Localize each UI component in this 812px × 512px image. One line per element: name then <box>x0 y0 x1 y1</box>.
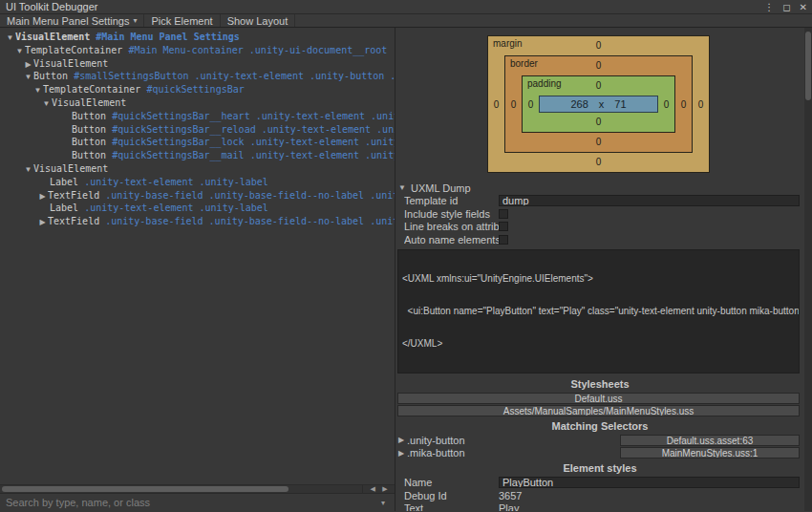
stylesheet-button[interactable]: Assets/ManualSamples/MainMenuStyles.uss <box>397 405 800 416</box>
matching-selectors-header: Matching Selectors <box>395 417 804 434</box>
template-id-input[interactable] <box>499 195 800 206</box>
scrollbar-thumb[interactable] <box>805 32 811 100</box>
chevron-down-icon[interactable]: ▼ <box>23 71 33 83</box>
tree-row[interactable]: ▶TextField .unity-base-field .unity-base… <box>0 189 395 203</box>
chevron-right-icon[interactable]: ▶ <box>37 190 48 203</box>
foldout-open-icon[interactable]: ▼ <box>398 183 407 192</box>
pick-element-button[interactable]: Pick Element <box>144 14 220 27</box>
line-breaks-checkbox[interactable] <box>499 222 508 231</box>
box-model-diagram: margin 0 0 border 0 0 padding <box>487 35 710 173</box>
include-style-fields-checkbox[interactable] <box>499 209 508 219</box>
tree-row[interactable]: Button #quickSettingsBar__reload .unity-… <box>0 123 395 137</box>
chevron-down-icon[interactable]: ▼ <box>41 97 52 110</box>
scroll-right-icon[interactable]: ▶ <box>382 485 387 493</box>
maximize-icon[interactable]: ◻ <box>782 2 790 12</box>
name-input[interactable] <box>499 477 800 488</box>
chevron-down-icon: ▾ <box>133 16 137 25</box>
scroll-left-icon[interactable]: ◀ <box>370 485 374 493</box>
stylesheets-header: Stylesheets <box>395 375 804 392</box>
uxml-code-line: </UXML> <box>402 338 795 349</box>
box-model-padding: padding 0 0 268 x 71 0 0 <box>522 75 675 133</box>
tree-row[interactable]: ▼VisualElement <box>0 162 395 176</box>
uxml-code-line: <UXML xmlns:ui="UnityEngine.UIElements"> <box>402 273 795 284</box>
window-title: UI Toolkit Debugger <box>6 1 764 12</box>
chevron-down-icon[interactable]: ▼ <box>32 84 43 96</box>
uxml-code-line: <ui:Button name="PlayButton" text="Play"… <box>402 306 795 316</box>
menu-icon[interactable]: ⋮ <box>764 2 774 12</box>
chevron-right-icon[interactable]: ▶ <box>23 58 33 71</box>
selector-name: .unity-button <box>407 435 465 446</box>
show-layout-button[interactable]: Show Layout <box>221 14 296 27</box>
line-breaks-row: Line breaks on attributes <box>395 220 804 233</box>
tree-row[interactable]: Button #quickSettingsBar__lock .unity-te… <box>0 136 395 149</box>
search-bar: ▾ <box>0 493 395 511</box>
hierarchy-panel: ▼VisualElement #Main Menu Panel Settings… <box>0 28 395 511</box>
element-tree: ▼VisualElement #Main Menu Panel Settings… <box>0 28 395 484</box>
selector-source-button[interactable]: Default.uss.asset:63 <box>620 435 800 446</box>
selector-name: .mika-button <box>407 447 465 459</box>
name-row: Name <box>395 476 804 489</box>
template-id-row: Template id <box>395 194 804 207</box>
foldout-closed-icon[interactable]: ▶ <box>398 449 407 458</box>
search-input[interactable] <box>6 497 377 508</box>
box-model-border: border 0 0 padding 0 0 26 <box>504 55 693 153</box>
panel-selector-label: Main Menu Panel Settings <box>7 15 129 27</box>
selector-row: ▶ .unity-button Default.uss.asset:63 <box>395 434 804 447</box>
tree-row[interactable]: ▼VisualElement <box>0 96 395 110</box>
include-style-fields-row: Include style fields <box>395 207 804 221</box>
debug-id-row: Debug Id 3657 <box>395 489 804 502</box>
debug-id-value: 3657 <box>499 490 800 501</box>
tree-row[interactable]: ▼TemplateContainer #Main Menu-container … <box>0 44 395 57</box>
horizontal-scrollbar[interactable]: ◀ ▶ <box>0 484 395 493</box>
chevron-right-icon[interactable]: ▶ <box>37 216 48 228</box>
uxml-dump-foldout[interactable]: ▼ UXML Dump <box>395 181 804 194</box>
auto-name-row: Auto name elements <box>395 233 804 246</box>
tree-row[interactable]: Button #quickSettingsBar__mail .unity-te… <box>0 149 395 162</box>
tree-row[interactable]: ▼TemplateContainer #quickSettingsBar <box>0 83 395 96</box>
chevron-down-icon[interactable]: ▼ <box>23 163 33 176</box>
tree-row[interactable]: ▶TextField .unity-base-field .unity-base… <box>0 215 395 228</box>
details-panel: margin 0 0 border 0 0 padding <box>395 28 812 511</box>
chevron-down-icon[interactable]: ▼ <box>5 32 15 44</box>
scrollbar-thumb[interactable] <box>2 486 288 492</box>
element-styles-header: Element styles <box>395 459 804 476</box>
tree-row[interactable]: ▼Button #smallSettingsButton .unity-text… <box>0 70 395 83</box>
uxml-code-block: <UXML xmlns:ui="UnityEngine.UIElements">… <box>397 249 800 373</box>
uxml-dump-header: UXML Dump <box>411 182 471 194</box>
chevron-down-icon[interactable]: ▼ <box>14 45 25 57</box>
close-icon[interactable]: ✕ <box>800 2 807 12</box>
stylesheet-button[interactable]: Default.uss <box>397 393 800 404</box>
box-model-content-size: 268 x 71 <box>539 96 658 113</box>
ui-toolkit-debugger-window: UI Toolkit Debugger ⋮ ◻ ✕ Main Menu Pane… <box>0 0 812 512</box>
tree-row[interactable]: ▼VisualElement #Main Menu Panel Settings <box>0 31 395 44</box>
panel-selector-dropdown[interactable]: Main Menu Panel Settings ▾ <box>0 14 144 27</box>
tree-row[interactable]: ▶VisualElement <box>0 57 395 71</box>
foldout-closed-icon[interactable]: ▶ <box>398 436 407 444</box>
tree-row[interactable]: Label .unity-text-element .unity-label <box>0 202 395 215</box>
vertical-scrollbar[interactable] <box>804 28 812 511</box>
title-bar: UI Toolkit Debugger ⋮ ◻ ✕ <box>0 0 812 14</box>
text-value: Play <box>499 502 800 511</box>
search-options-caret-icon[interactable]: ▾ <box>377 499 389 507</box>
selector-source-button[interactable]: MainMenuStyles.uss:1 <box>620 447 800 459</box>
auto-name-checkbox[interactable] <box>499 235 508 245</box>
tree-row[interactable]: Button #quickSettingsBar__heart .unity-t… <box>0 110 395 123</box>
text-row: Text Play <box>395 501 804 511</box>
tree-row[interactable]: Label .unity-text-element .unity-label <box>0 176 395 189</box>
selector-row: ▶ .mika-button MainMenuStyles.uss:1 <box>395 447 804 460</box>
box-model-margin: margin 0 0 border 0 0 padding <box>487 35 710 173</box>
toolbar: Main Menu Panel Settings ▾ Pick Element … <box>0 14 812 28</box>
